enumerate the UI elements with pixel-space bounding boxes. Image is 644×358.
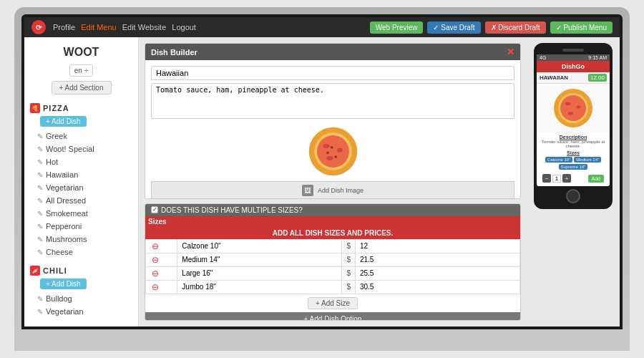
list-item[interactable]: ✎Vegetarian [24, 181, 138, 194]
phone-description-title: Description [540, 135, 607, 140]
web-preview-button[interactable]: Web Preview [370, 21, 424, 34]
phone-home-button[interactable] [566, 189, 580, 203]
remove-row-icon[interactable]: ⊖ [150, 241, 160, 251]
table-row: ⊖ $ [146, 253, 520, 266]
pizza-section-label: PIZZA [43, 104, 69, 112]
sidebar: WOOT en ÷ + Add Section 🍕 PIZZA + Add Di… [24, 37, 139, 326]
pizza-add-dish-button[interactable]: + Add Dish [40, 116, 87, 127]
phone-item-name: HAWAIIAN [540, 74, 568, 81]
svg-point-4 [337, 148, 343, 153]
sizes-section-bar: Sizes [145, 216, 520, 227]
phone-description-section: Description Tomato sauce, ham, pineapple… [537, 132, 610, 186]
nav-actions: Web Preview ✓ Save Draft ✗ Discard Draft… [370, 21, 613, 34]
sizes-table-header: ADD ALL DISH SIZES AND PRICES. [145, 227, 520, 239]
table-row: ⊖ $ [146, 239, 520, 253]
phone-screen: 4G 9:15 AM DishGo HAWAIIAN 12.00 [537, 54, 610, 186]
nav-logout[interactable]: Logout [172, 23, 196, 32]
svg-point-16 [577, 105, 581, 109]
dish-builder-body: Tomato sauce, ham, pineapple at cheese. [145, 60, 520, 199]
list-item[interactable]: ✎Mushrooms [24, 233, 138, 246]
lang-selector: en ÷ [24, 64, 138, 77]
phone-size-medium[interactable]: Medium 14" [574, 157, 601, 163]
phone-status-bar: 4G 9:15 AM [537, 54, 610, 61]
size-price-input[interactable] [360, 256, 515, 263]
list-item[interactable]: ✎All Dressed [24, 194, 138, 207]
sizes-subheader: DOES THIS DISH HAVE MULTIPLE SIZES? [145, 204, 520, 216]
phone-size-calzone[interactable]: Calzone 10" [545, 157, 572, 163]
size-price-input[interactable] [360, 283, 515, 291]
svg-point-14 [560, 95, 586, 121]
phone-size-supreme[interactable]: Supreme 16" [559, 164, 588, 170]
list-item[interactable]: ✎Hawaiian [24, 168, 138, 181]
chili-section-label: CHILI [43, 266, 67, 275]
add-size-button[interactable]: + Add Size [308, 297, 358, 309]
qty-value: 1 [552, 175, 561, 183]
table-row: ⊖ $ [146, 280, 520, 294]
list-item[interactable]: ✎Cheese [24, 246, 138, 258]
remove-row-icon[interactable]: ⊖ [150, 255, 160, 265]
svg-point-11 [326, 152, 329, 155]
nav-edit-menu[interactable]: Edit Menu [81, 23, 117, 32]
phone-size-buttons: Calzone 10" Medium 14" Supreme 16" [540, 155, 607, 171]
add-image-area: 🖼 Add Dish Image [151, 181, 514, 199]
discard-draft-button[interactable]: ✗ Discard Draft [485, 21, 546, 34]
right-panel: 4G 9:15 AM DishGo HAWAIIAN 12.00 [527, 37, 620, 326]
list-item[interactable]: ✎Vegetarian [24, 305, 138, 318]
size-price-input[interactable] [360, 242, 515, 250]
phone-time: 9:15 AM [588, 55, 607, 60]
phone-add-button[interactable]: Add [588, 175, 604, 183]
add-section-button[interactable]: + Add Section [52, 81, 112, 95]
language-selector[interactable]: en ÷ [69, 64, 93, 77]
list-item[interactable]: ✎Bulldog [24, 292, 138, 305]
phone-app-name: DishGo [537, 61, 610, 72]
list-item[interactable]: ✎Greek [24, 130, 138, 142]
list-item[interactable]: ✎Hot [24, 155, 138, 168]
phone-description-text: Tomato sauce, ham, pineapple at cheese. [540, 140, 607, 148]
dish-description-input[interactable]: Tomato sauce, ham, pineapple at cheese. [151, 83, 514, 119]
sizes-section-title: Sizes [148, 218, 167, 226]
dish-form: Tomato sauce, ham, pineapple at cheese. [151, 66, 514, 199]
image-icon: 🖼 [302, 185, 313, 196]
nav-profile[interactable]: Profile [53, 23, 75, 32]
qty-decrease-button[interactable]: − [542, 174, 551, 183]
size-price-input[interactable] [360, 269, 515, 277]
nav-logo: ⟳ [31, 20, 46, 34]
size-name-input[interactable] [182, 242, 337, 250]
publish-menu-button[interactable]: ✓ Publish Menu [550, 21, 613, 34]
sizes-checkbox-label: DOES THIS DISH HAVE MULTIPLE SIZES? [161, 206, 303, 214]
remove-row-icon[interactable]: ⊖ [150, 268, 160, 279]
pizza-section-header: 🍕 PIZZA [24, 100, 138, 115]
add-option-button[interactable]: + Add Dish Option [145, 312, 520, 321]
phone-pizza-image [552, 87, 595, 130]
sizes-panel: DOES THIS DISH HAVE MULTIPLE SIZES? Size… [145, 203, 521, 321]
dish-name-input[interactable] [151, 66, 514, 80]
phone-qty-row: − 1 + Add [540, 173, 607, 184]
phone-mockup: 4G 9:15 AM DishGo HAWAIIAN 12.00 [534, 43, 613, 209]
size-name-input[interactable] [182, 256, 337, 263]
size-name-input[interactable] [182, 283, 337, 291]
qty-increase-button[interactable]: + [562, 174, 571, 183]
dish-builder-header: Dish Builder ✕ [145, 44, 520, 60]
size-name-input[interactable] [182, 269, 337, 277]
save-draft-button[interactable]: ✓ Save Draft [427, 21, 480, 34]
chili-add-dish-button[interactable]: + Add Dish [40, 279, 87, 289]
nav-edit-website[interactable]: Edit Website [122, 23, 167, 32]
phone-speaker [562, 49, 584, 52]
list-item[interactable]: ✎Woot! Special [24, 142, 138, 155]
remove-row-icon[interactable]: ⊖ [150, 282, 160, 292]
close-icon[interactable]: ✕ [507, 47, 514, 57]
svg-point-9 [330, 146, 333, 149]
dish-builder-title: Dish Builder [151, 48, 197, 57]
top-nav: ⟳ Profile Edit Menu Edit Website Logout … [24, 17, 620, 37]
svg-point-5 [326, 156, 333, 160]
pizza-section-icon: 🍕 [30, 103, 40, 113]
add-image-label[interactable]: Add Dish Image [318, 187, 364, 194]
table-row: ⊖ $ [146, 266, 520, 280]
multiple-sizes-checkbox[interactable] [151, 206, 158, 213]
list-item[interactable]: ✎Pepperoni [24, 220, 138, 233]
phone-qty-controls: − 1 + [542, 174, 571, 183]
main-content: WOOT en ÷ + Add Section 🍕 PIZZA + Add Di… [24, 37, 620, 326]
sizes-table: ⊖ $ ⊖ $ [145, 239, 520, 294]
list-item[interactable]: ✎Smokemeat [24, 207, 138, 220]
phone-network: 4G [540, 55, 546, 60]
